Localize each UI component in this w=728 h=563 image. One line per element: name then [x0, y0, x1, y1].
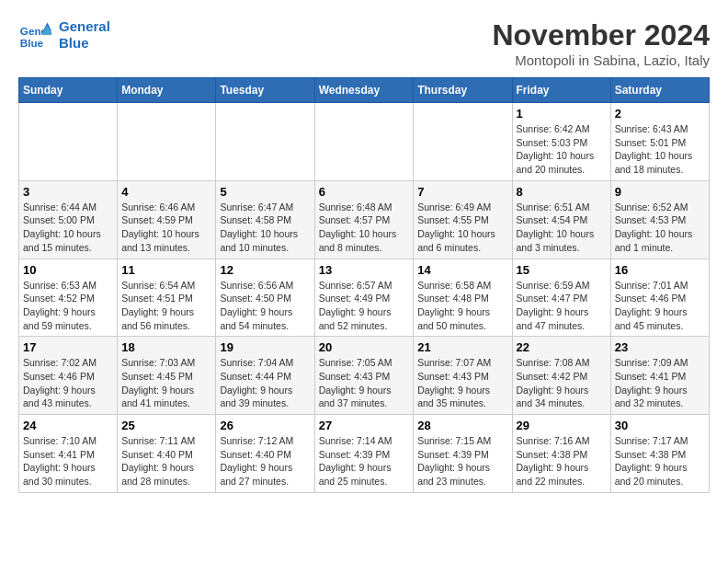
calendar-cell: 24Sunrise: 7:10 AM Sunset: 4:41 PM Dayli…	[19, 415, 118, 493]
day-number: 23	[615, 340, 705, 354]
calendar-cell	[414, 103, 512, 181]
day-info: Sunrise: 6:58 AM Sunset: 4:48 PM Dayligh…	[417, 279, 507, 333]
logo-line1: General	[59, 18, 110, 35]
day-number: 8	[517, 185, 607, 199]
calendar-cell: 2Sunrise: 6:43 AM Sunset: 5:01 PM Daylig…	[610, 103, 709, 181]
month-title: November 2024	[492, 18, 710, 52]
day-info: Sunrise: 6:59 AM Sunset: 4:47 PM Dayligh…	[517, 279, 607, 333]
day-info: Sunrise: 7:07 AM Sunset: 4:43 PM Dayligh…	[417, 356, 507, 410]
day-number: 20	[319, 340, 410, 354]
calendar-cell: 1Sunrise: 6:42 AM Sunset: 5:03 PM Daylig…	[512, 103, 610, 181]
day-info: Sunrise: 6:57 AM Sunset: 4:49 PM Dayligh…	[319, 279, 410, 333]
calendar-cell: 12Sunrise: 6:56 AM Sunset: 4:50 PM Dayli…	[216, 259, 314, 337]
day-number: 13	[319, 263, 410, 277]
calendar-cell: 25Sunrise: 7:11 AM Sunset: 4:40 PM Dayli…	[118, 415, 216, 493]
header-day-tuesday: Tuesday	[216, 78, 314, 103]
day-info: Sunrise: 7:04 AM Sunset: 4:44 PM Dayligh…	[220, 356, 310, 410]
day-number: 7	[417, 185, 507, 199]
day-info: Sunrise: 7:11 AM Sunset: 4:40 PM Dayligh…	[121, 434, 211, 488]
calendar-cell	[118, 103, 216, 181]
calendar-cell: 28Sunrise: 7:15 AM Sunset: 4:39 PM Dayli…	[414, 415, 512, 493]
calendar-cell: 23Sunrise: 7:09 AM Sunset: 4:41 PM Dayli…	[610, 337, 709, 415]
header-day-wednesday: Wednesday	[314, 78, 414, 103]
day-number: 19	[220, 340, 310, 354]
day-info: Sunrise: 7:16 AM Sunset: 4:38 PM Dayligh…	[517, 434, 607, 488]
calendar-cell	[19, 103, 118, 181]
day-number: 26	[220, 419, 310, 432]
day-number: 9	[615, 185, 705, 199]
day-number: 2	[615, 107, 705, 121]
calendar-cell: 7Sunrise: 6:49 AM Sunset: 4:55 PM Daylig…	[414, 180, 512, 259]
day-info: Sunrise: 7:09 AM Sunset: 4:41 PM Dayligh…	[615, 356, 705, 410]
day-number: 17	[23, 340, 113, 354]
day-info: Sunrise: 6:56 AM Sunset: 4:50 PM Dayligh…	[220, 279, 310, 333]
day-info: Sunrise: 7:12 AM Sunset: 4:40 PM Dayligh…	[220, 434, 310, 488]
svg-text:Blue: Blue	[20, 37, 44, 49]
day-number: 30	[615, 419, 705, 432]
header-day-sunday: Sunday	[19, 78, 118, 103]
day-info: Sunrise: 7:03 AM Sunset: 4:45 PM Dayligh…	[121, 356, 211, 410]
week-row-3: 17Sunrise: 7:02 AM Sunset: 4:46 PM Dayli…	[19, 337, 710, 415]
day-number: 11	[121, 263, 211, 277]
logo-line2: Blue	[59, 35, 110, 52]
day-info: Sunrise: 6:54 AM Sunset: 4:51 PM Dayligh…	[121, 279, 211, 333]
day-number: 21	[417, 340, 507, 354]
week-row-2: 10Sunrise: 6:53 AM Sunset: 4:52 PM Dayli…	[19, 259, 710, 337]
calendar-cell: 15Sunrise: 6:59 AM Sunset: 4:47 PM Dayli…	[512, 259, 610, 337]
day-info: Sunrise: 7:01 AM Sunset: 4:46 PM Dayligh…	[615, 279, 705, 333]
header-row: SundayMondayTuesdayWednesdayThursdayFrid…	[19, 78, 710, 103]
day-number: 29	[517, 419, 607, 432]
day-info: Sunrise: 6:52 AM Sunset: 4:53 PM Dayligh…	[615, 201, 705, 255]
calendar-cell: 21Sunrise: 7:07 AM Sunset: 4:43 PM Dayli…	[414, 337, 512, 415]
week-row-0: 1Sunrise: 6:42 AM Sunset: 5:03 PM Daylig…	[19, 103, 710, 181]
calendar-cell: 27Sunrise: 7:14 AM Sunset: 4:39 PM Dayli…	[314, 415, 414, 493]
day-info: Sunrise: 6:49 AM Sunset: 4:55 PM Dayligh…	[417, 201, 507, 255]
header-day-thursday: Thursday	[414, 78, 512, 103]
day-info: Sunrise: 6:46 AM Sunset: 4:59 PM Dayligh…	[121, 201, 211, 255]
day-number: 5	[220, 185, 310, 199]
day-info: Sunrise: 7:08 AM Sunset: 4:42 PM Dayligh…	[517, 356, 607, 410]
calendar-cell: 16Sunrise: 7:01 AM Sunset: 4:46 PM Dayli…	[610, 259, 709, 337]
day-number: 14	[417, 263, 507, 277]
calendar-cell: 26Sunrise: 7:12 AM Sunset: 4:40 PM Dayli…	[216, 415, 314, 493]
day-info: Sunrise: 7:05 AM Sunset: 4:43 PM Dayligh…	[319, 356, 410, 410]
day-info: Sunrise: 7:10 AM Sunset: 4:41 PM Dayligh…	[23, 434, 113, 488]
day-number: 12	[220, 263, 310, 277]
day-number: 6	[319, 185, 410, 199]
day-number: 22	[517, 340, 607, 354]
calendar-cell: 8Sunrise: 6:51 AM Sunset: 4:54 PM Daylig…	[512, 180, 610, 259]
calendar-cell: 3Sunrise: 6:44 AM Sunset: 5:00 PM Daylig…	[19, 180, 118, 259]
day-number: 15	[517, 263, 607, 277]
day-number: 18	[121, 340, 211, 354]
calendar-cell: 17Sunrise: 7:02 AM Sunset: 4:46 PM Dayli…	[19, 337, 118, 415]
logo: General Blue General Blue	[18, 18, 110, 52]
day-number: 25	[121, 419, 211, 432]
calendar-cell: 6Sunrise: 6:48 AM Sunset: 4:57 PM Daylig…	[314, 180, 414, 259]
week-row-4: 24Sunrise: 7:10 AM Sunset: 4:41 PM Dayli…	[19, 415, 710, 493]
calendar-cell: 11Sunrise: 6:54 AM Sunset: 4:51 PM Dayli…	[118, 259, 216, 337]
day-number: 3	[23, 185, 113, 199]
logo-icon: General Blue	[18, 18, 51, 52]
header-day-saturday: Saturday	[610, 78, 709, 103]
calendar-cell: 19Sunrise: 7:04 AM Sunset: 4:44 PM Dayli…	[216, 337, 314, 415]
day-info: Sunrise: 7:02 AM Sunset: 4:46 PM Dayligh…	[23, 356, 113, 410]
calendar-cell	[216, 103, 314, 181]
header-day-friday: Friday	[512, 78, 610, 103]
calendar-cell: 9Sunrise: 6:52 AM Sunset: 4:53 PM Daylig…	[610, 180, 709, 259]
location-subtitle: Montopoli in Sabina, Lazio, Italy	[492, 52, 710, 68]
calendar-body: 1Sunrise: 6:42 AM Sunset: 5:03 PM Daylig…	[19, 103, 710, 493]
day-number: 10	[23, 263, 113, 277]
day-info: Sunrise: 7:14 AM Sunset: 4:39 PM Dayligh…	[319, 434, 410, 488]
day-info: Sunrise: 7:15 AM Sunset: 4:39 PM Dayligh…	[417, 434, 507, 488]
day-info: Sunrise: 6:51 AM Sunset: 4:54 PM Dayligh…	[517, 201, 607, 255]
title-block: November 2024 Montopoli in Sabina, Lazio…	[492, 18, 710, 68]
day-info: Sunrise: 7:17 AM Sunset: 4:38 PM Dayligh…	[615, 434, 705, 488]
day-info: Sunrise: 6:42 AM Sunset: 5:03 PM Dayligh…	[517, 122, 607, 177]
day-number: 16	[615, 263, 705, 277]
page-header: General Blue General Blue November 2024 …	[18, 18, 710, 68]
calendar-cell: 18Sunrise: 7:03 AM Sunset: 4:45 PM Dayli…	[118, 337, 216, 415]
calendar-cell: 29Sunrise: 7:16 AM Sunset: 4:38 PM Dayli…	[512, 415, 610, 493]
day-info: Sunrise: 6:43 AM Sunset: 5:01 PM Dayligh…	[615, 122, 705, 177]
calendar-cell: 13Sunrise: 6:57 AM Sunset: 4:49 PM Dayli…	[314, 259, 414, 337]
calendar-cell: 30Sunrise: 7:17 AM Sunset: 4:38 PM Dayli…	[610, 415, 709, 493]
